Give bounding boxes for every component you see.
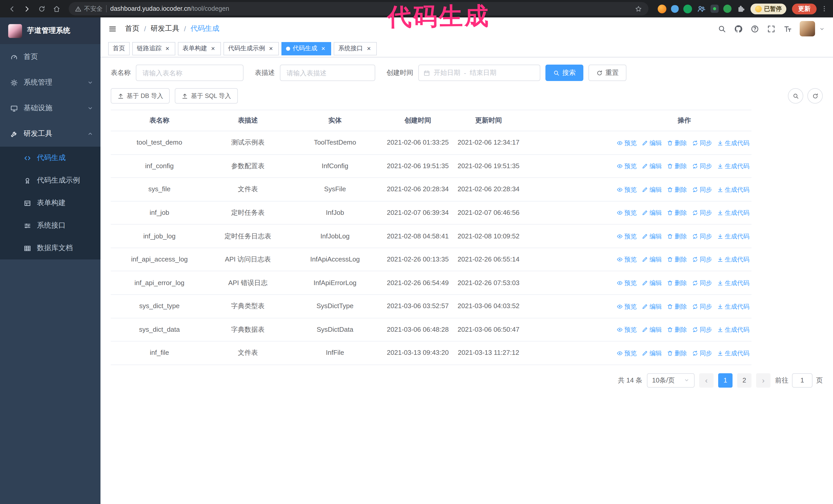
fullscreen-icon[interactable] — [767, 24, 776, 33]
reset-button[interactable]: 重置 — [589, 65, 626, 81]
github-icon[interactable] — [734, 24, 743, 33]
extension-icon-blue[interactable] — [671, 5, 679, 13]
generate-code-link[interactable]: 生成代码 — [717, 208, 749, 218]
preview-link[interactable]: 预览 — [617, 138, 637, 148]
delete-link[interactable]: 删除 — [667, 208, 687, 218]
edit-link[interactable]: 编辑 — [642, 231, 662, 241]
hamburger-icon[interactable] — [100, 24, 121, 33]
sync-link[interactable]: 同步 — [692, 184, 712, 195]
sync-link[interactable]: 同步 — [692, 278, 712, 288]
delete-link[interactable]: 删除 — [667, 161, 687, 171]
generate-code-link[interactable]: 生成代码 — [717, 325, 749, 335]
generate-code-link[interactable]: 生成代码 — [717, 255, 749, 265]
tab-link-trace[interactable]: 链路追踪× — [132, 42, 175, 55]
page-size-select[interactable]: 10条/页 — [647, 373, 695, 387]
page-button-2[interactable]: 2 — [737, 373, 752, 387]
page-button-1[interactable]: 1 — [718, 373, 733, 387]
tab-home[interactable]: 首页 — [108, 42, 130, 55]
preview-link[interactable]: 预览 — [617, 278, 637, 288]
sidebar-item-codegen[interactable]: 代码生成 — [0, 147, 100, 169]
search-icon[interactable] — [718, 24, 727, 33]
sync-link[interactable]: 同步 — [692, 161, 712, 171]
security-status[interactable]: 不安全 — [75, 4, 102, 13]
sidebar-item-db-doc[interactable]: 数据库文档 — [0, 237, 100, 259]
preview-link[interactable]: 预览 — [617, 161, 637, 171]
sidebar-item-dev-tools[interactable]: 研发工具 — [0, 121, 100, 147]
sync-link[interactable]: 同步 — [692, 255, 712, 265]
extensions-puzzle-icon[interactable] — [736, 4, 745, 13]
extension-icon-dark[interactable] — [710, 5, 718, 13]
import-db-button[interactable]: 基于 DB 导入 — [111, 88, 170, 103]
sidebar-item-infrastructure[interactable]: 基础设施 — [0, 95, 100, 121]
generate-code-link[interactable]: 生成代码 — [717, 184, 749, 195]
browser-menu-icon[interactable] — [821, 5, 828, 12]
tab-codegen[interactable]: 代码生成× — [281, 42, 331, 55]
generate-code-link[interactable]: 生成代码 — [717, 138, 749, 148]
reload-icon[interactable] — [35, 2, 48, 16]
close-icon[interactable]: × — [164, 45, 171, 52]
browser-update-button[interactable]: 更新 — [792, 3, 816, 14]
generate-code-link[interactable]: 生成代码 — [717, 348, 749, 358]
close-icon[interactable]: × — [320, 45, 327, 52]
sync-link[interactable]: 同步 — [692, 231, 712, 241]
extension-icon-green[interactable] — [683, 4, 692, 13]
sync-link[interactable]: 同步 — [692, 325, 712, 335]
edit-link[interactable]: 编辑 — [642, 255, 662, 265]
delete-link[interactable]: 删除 — [667, 348, 687, 358]
table-desc-input[interactable] — [280, 65, 375, 81]
tab-form-builder[interactable]: 表单构建× — [178, 42, 221, 55]
paused-badge[interactable]: 已暂停 — [750, 3, 786, 14]
prev-page-button[interactable]: ‹ — [699, 373, 714, 387]
edit-link[interactable]: 编辑 — [642, 161, 662, 171]
preview-link[interactable]: 预览 — [617, 325, 637, 335]
table-name-input[interactable] — [136, 65, 243, 81]
sidebar-item-form-builder[interactable]: 表单构建 — [0, 192, 100, 214]
delete-link[interactable]: 删除 — [667, 231, 687, 241]
refresh-table-button[interactable] — [807, 88, 823, 103]
generate-code-link[interactable]: 生成代码 — [717, 301, 749, 311]
delete-link[interactable]: 删除 — [667, 184, 687, 195]
sidebar-item-home[interactable]: 首页 — [0, 44, 100, 70]
date-range-picker[interactable]: 开始日期 - 结束日期 — [418, 65, 540, 81]
sync-link[interactable]: 同步 — [692, 138, 712, 148]
extension-icon-people[interactable] — [696, 4, 706, 13]
toggle-search-button[interactable] — [788, 88, 803, 103]
close-icon[interactable]: × — [268, 45, 274, 52]
back-icon[interactable] — [5, 2, 19, 16]
font-size-icon[interactable] — [783, 24, 792, 33]
sidebar-item-system-api[interactable]: 系统接口 — [0, 214, 100, 237]
bookmark-star-icon[interactable] — [634, 5, 642, 13]
delete-link[interactable]: 删除 — [667, 255, 687, 265]
help-icon[interactable] — [751, 24, 759, 33]
tab-codegen-example[interactable]: 代码生成示例× — [223, 42, 279, 55]
breadcrumb-home[interactable]: 首页 — [125, 24, 139, 33]
tab-system-api[interactable]: 系统接口× — [334, 42, 377, 55]
home-icon[interactable] — [50, 2, 63, 16]
delete-link[interactable]: 删除 — [667, 138, 687, 148]
edit-link[interactable]: 编辑 — [642, 301, 662, 311]
user-avatar[interactable] — [800, 21, 815, 37]
delete-link[interactable]: 删除 — [667, 301, 687, 311]
breadcrumb-dev-tools[interactable]: 研发工具 — [151, 24, 180, 33]
close-icon[interactable]: × — [365, 45, 372, 52]
forward-icon[interactable] — [20, 2, 33, 16]
generate-code-link[interactable]: 生成代码 — [717, 161, 749, 171]
address-bar[interactable]: 不安全 dashboard.yudao.iocoder.cn/tool/code… — [69, 2, 648, 16]
sync-link[interactable]: 同步 — [692, 301, 712, 311]
delete-link[interactable]: 删除 — [667, 278, 687, 288]
edit-link[interactable]: 编辑 — [642, 208, 662, 218]
edit-link[interactable]: 编辑 — [642, 278, 662, 288]
chevron-down-icon[interactable] — [819, 26, 825, 31]
sidebar-logo[interactable]: 芋道管理系统 — [0, 18, 100, 44]
edit-link[interactable]: 编辑 — [642, 184, 662, 195]
preview-link[interactable]: 预览 — [617, 231, 637, 241]
edit-link[interactable]: 编辑 — [642, 348, 662, 358]
generate-code-link[interactable]: 生成代码 — [717, 278, 749, 288]
preview-link[interactable]: 预览 — [617, 208, 637, 218]
goto-page-input[interactable] — [792, 373, 812, 387]
delete-link[interactable]: 删除 — [667, 325, 687, 335]
sidebar-item-system-mgmt[interactable]: 系统管理 — [0, 70, 100, 95]
close-icon[interactable]: × — [210, 45, 216, 52]
extension-icon-leaf[interactable] — [723, 5, 731, 13]
sync-link[interactable]: 同步 — [692, 348, 712, 358]
